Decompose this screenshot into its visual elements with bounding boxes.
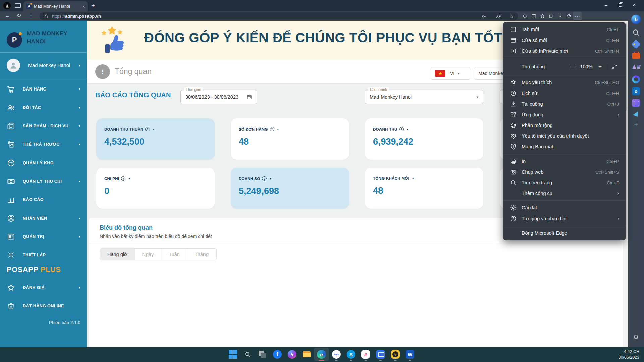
kpi-card[interactable]: DOANH THU THUẦN ? ▾ 4,532,500 [96,118,215,160]
fullscreen-icon[interactable] [610,62,619,71]
home-button[interactable]: ⌂ [29,13,33,18]
menu-item[interactable]: Mạng Bảo mật [503,141,626,152]
taskbar-app-icon[interactable]: # [358,348,373,361]
menu-item[interactable]: Phần mở rộng [503,120,626,131]
chevron-down-icon[interactable]: ▾ [153,128,155,131]
m365-icon[interactable] [632,75,640,83]
sidebar-nav-item[interactable]: QUẢN LÝ THU CHI ▾ [0,172,87,190]
page-menu-icon[interactable]: ⋮ [95,64,110,79]
search-icon[interactable] [631,28,641,37]
menu-item[interactable]: Đóng Microsoft Edge [503,228,626,238]
menu-item[interactable]: Tìm trên trang Ctrl+F [503,177,626,188]
menu-item[interactable]: Chụp web Ctrl+Shift+S [503,167,626,177]
collections-icon[interactable] [547,12,555,20]
extensions-icon[interactable] [564,12,573,20]
sidebar-nav-item[interactable]: ĐẶT HÀNG ONLINE [0,297,87,315]
taskbar-app-icon[interactable] [226,348,240,361]
menu-item[interactable]: In Ctrl+P [503,156,626,167]
drop-icon[interactable] [633,110,639,117]
menu-item[interactable]: Cài đặt [503,202,626,213]
sidebar-nav-item[interactable]: ĐÁNH GIÁ ▾ [0,278,87,297]
kpi-card[interactable]: SỐ ĐƠN HÀNG ? ▾ 48 [231,118,349,160]
outlook-icon[interactable]: o [632,87,640,95]
chart-tab[interactable]: Tháng [187,249,216,260]
menu-item[interactable]: Lịch sử Ctrl+H [503,88,626,99]
sidebar-nav-item[interactable]: QUẢN TRỊ ▾ [0,227,87,246]
menu-item[interactable]: Trợ giúp và phản hồi › [503,213,626,224]
plus-icon[interactable]: + [631,120,641,129]
calendar-icon[interactable] [246,94,252,100]
sidebar-nav-item[interactable]: ĐỐI TÁC ▾ [0,98,87,117]
browser-profile-avatar[interactable] [3,2,11,9]
zoom-in-button[interactable]: + [596,62,604,71]
zoom-out-button[interactable]: — [568,62,577,71]
more-menu-button[interactable]: ⋯ [573,12,582,20]
refresh-button[interactable]: ↻ [17,13,21,18]
info-icon[interactable]: ? [270,127,274,131]
add-favorite-star-icon[interactable]: ☆ [510,14,514,19]
kpi-card[interactable]: DOANH THU ? ▾ 6,939,242 [365,118,483,160]
tab-actions-icon[interactable] [15,3,21,8]
taskbar-app-icon[interactable]: ϟ [388,348,403,361]
password-key-icon[interactable] [481,14,487,19]
menu-item[interactable]: Tải xuống Ctrl+J [503,99,626,109]
taskbar-app-icon[interactable]: f [270,348,285,361]
taskbar-app-icon[interactable]: ϟ [285,348,299,361]
branch-select[interactable]: Chi nhánh Mad Monkey Hanoi ▾ [365,90,483,104]
sidebar-nav-item[interactable]: SẢN PHẨM - DỊCH VỤ ▾ [0,117,87,135]
tag-icon[interactable] [631,40,641,49]
taskbar-app-icon[interactable]: e [314,348,329,361]
info-icon[interactable]: ? [262,176,267,181]
split-screen-icon[interactable] [529,12,538,20]
sidebar-nav-item[interactable]: THẺ TRẢ TRƯỚC ▾ [0,135,87,154]
menu-item[interactable]: Cửa sổ InPrivate mới Ctrl+Shift+N [503,46,626,56]
sidebar-nav-item[interactable]: BÁO CÁO [0,190,87,209]
kpi-card[interactable]: TỔNG KHÁCH MỚI ▾ 48 [365,168,483,209]
menu-item[interactable]: Yếu tố thiết yếu của trình duyệt [503,131,626,141]
menu-item[interactable]: Mục yêu thích Ctrl+Shift+O [503,77,626,88]
chevron-down-icon[interactable]: ▾ [277,128,279,131]
taskbar-app-icon[interactable]: S [344,348,358,361]
back-button[interactable]: ← [5,13,10,18]
new-tab-button[interactable]: + [91,2,95,9]
favorites-icon[interactable] [538,12,547,20]
games-icon[interactable]: ♟♛ [631,62,641,72]
info-icon[interactable]: ? [121,176,125,181]
account-selector[interactable]: Mad Monkey Hanoi ▾ [0,53,87,78]
sidebar-nav-item[interactable]: THIẾT LẬP [0,246,87,264]
chevron-down-icon[interactable]: ▾ [270,177,271,180]
chevron-down-icon[interactable]: ▾ [412,177,414,180]
taskbar-app-icon[interactable] [255,348,270,361]
menu-item[interactable]: Thêm công cụ › [503,188,626,199]
copilot-icon[interactable]: b [631,15,641,24]
chevron-down-icon[interactable]: ▾ [407,128,408,131]
tools-icon[interactable] [632,53,640,59]
window-close-button[interactable]: × [627,0,641,10]
chart-tab[interactable]: Ngày [135,249,162,260]
taskbar-app-icon[interactable]: Zalo [329,348,344,361]
date-range-input[interactable]: Thời gian 30/06/2023 - 30/06/2023 [180,90,257,104]
chart-tab[interactable]: Hàng giờ [100,249,135,260]
tab-close-icon[interactable]: × [82,4,85,9]
kpi-card[interactable]: CHI PHÍ ? ▾ 0 [96,168,215,209]
lock-icon[interactable] [44,14,49,19]
taskbar-app-icon[interactable] [373,348,388,361]
read-aloud-icon[interactable] [495,14,501,19]
menu-item[interactable]: Tab mới Ctrl+T [503,24,626,35]
taskbar-clock[interactable]: 4:42 CH 30/06/2023 [618,349,639,360]
taskbar-app-icon[interactable] [240,348,255,361]
chevron-down-icon[interactable]: ▾ [128,177,130,180]
rail-settings-gear-icon[interactable]: ⚙ [628,334,644,341]
info-icon[interactable]: ? [399,127,404,131]
sidebar-nav-item[interactable]: BÁN HÀNG ▾ [0,80,87,98]
browser-essentials-icon[interactable] [521,12,529,20]
designer-icon[interactable] [632,99,640,107]
menu-item[interactable]: Cửa sổ mới Ctrl+N [503,35,626,46]
window-minimize-button[interactable]: – [599,0,613,10]
taskbar-app-icon[interactable]: W [403,348,417,361]
address-bar[interactable]: https://admin.posapp.vn ☆ [40,12,518,20]
sidebar-nav-item[interactable]: NHÂN VIÊN ▾ [0,209,87,227]
chart-tab[interactable]: Tuần [161,249,187,260]
info-icon[interactable]: ? [145,127,150,131]
taskbar-app-icon[interactable] [299,348,314,361]
